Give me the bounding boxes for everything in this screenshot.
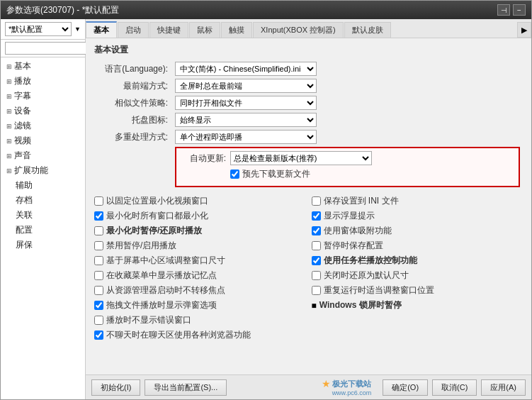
expand-icon: ⊞	[6, 123, 12, 130]
sidebar-item-extensions[interactable]: ⊞ 扩展功能	[1, 163, 85, 178]
predownload-checkbox[interactable]	[230, 170, 239, 179]
sidebar-item-basic[interactable]: ⊞ 基本	[1, 59, 85, 74]
cb-no-focus-input[interactable]	[94, 286, 103, 295]
cb-snap-input[interactable]	[312, 226, 321, 235]
select-language[interactable]: 中文(简体) - Chinese(Simplified).ini	[175, 62, 317, 76]
settings-table: 语言(Language): 中文(简体) - Chinese(Simplifie…	[94, 60, 523, 189]
tab-shortcut[interactable]: 快捷键	[149, 22, 188, 38]
cb-adjust-pos-input[interactable]	[312, 286, 321, 295]
tab-mouse[interactable]: 鼠标	[189, 22, 220, 38]
sidebar: *默认配置 ▼ 🔍 ⊞ 基本 ⊞ 播放 ⊞ 字幕	[1, 19, 86, 399]
export-button[interactable]: 导出当前配置(S)...	[145, 379, 227, 396]
tab-startup[interactable]: 启动	[118, 22, 149, 38]
checkbox-col-left: 以固定位置最小化视频窗口 最小化时所有窗口都最小化 最小化时暂停/还原时播放	[94, 194, 306, 342]
sidebar-search: 🔍	[1, 40, 85, 57]
select-tray[interactable]: 始终显示	[175, 113, 317, 127]
cb-minimize-pause[interactable]: 最小化时暂停/还原时播放	[94, 224, 306, 238]
cb-browser-func[interactable]: 不聊天时在聊天区使用各种浏览器功能	[94, 328, 306, 342]
cb-minimize-pause-text: 最小化时暂停/还原时播放	[106, 225, 202, 237]
profile-select[interactable]: *默认配置	[5, 22, 72, 36]
cb-disable-pause[interactable]: 禁用暂停/启用播放	[94, 239, 306, 252]
cb-taskbar-control[interactable]: 使用任务栏播放控制功能	[312, 254, 523, 267]
cb-tooltip[interactable]: 显示浮显提示	[312, 209, 523, 223]
tabs-bar: 基本 启动 快捷键 鼠标 触摸 XInput(XBOX 控制器) 默认皮肤 ▶	[86, 19, 531, 38]
cb-minimize-all[interactable]: 最小化时所有窗口都最小化	[94, 209, 306, 223]
item-label: 存档	[16, 194, 33, 206]
sidebar-item-config[interactable]: 配置	[1, 223, 85, 238]
cb-no-focus[interactable]: 从资源管理器启动时不转移焦点	[94, 284, 306, 297]
expand-icon: ⊞	[6, 138, 12, 145]
cb-taskbar-control-text: 使用任务栏播放控制功能	[324, 255, 417, 267]
minimize-button[interactable]: −	[513, 4, 526, 16]
cb-save-pause-input[interactable]	[312, 241, 321, 250]
tab-xinput[interactable]: XInput(XBOX 控制器)	[253, 22, 344, 38]
main-content: *默认配置 ▼ 🔍 ⊞ 基本 ⊞ 播放 ⊞ 字幕	[1, 19, 531, 399]
select-similar[interactable]: 同时打开相似文件	[175, 96, 317, 110]
bottom-right-buttons: ★ 极光下载站 www.pc6.com 确定(O) 取消(C) 应用(A)	[322, 378, 526, 396]
cb-tooltip-text: 显示浮显提示	[324, 210, 375, 222]
label-autoupdate	[94, 145, 172, 189]
settings-row-frontmost: 最前端方式: 全屏时总在最前端	[94, 77, 523, 94]
select-frontmost[interactable]: 全屏时总在最前端	[175, 79, 317, 93]
sidebar-item-playback[interactable]: ⊞ 播放	[1, 74, 85, 89]
cb-restore-size-input[interactable]	[312, 271, 321, 280]
cb-snap[interactable]: 使用窗体吸附功能	[312, 224, 523, 238]
cb-fixed-pos[interactable]: 以固定位置最小化视频窗口	[94, 194, 306, 208]
tab-nav-forward[interactable]: ▶	[517, 22, 531, 38]
sidebar-item-device[interactable]: ⊞ 设备	[1, 104, 85, 118]
select-autoupdate[interactable]: 总是检查最新版本(推荐)	[230, 151, 372, 165]
tab-basic[interactable]: 基本	[86, 21, 117, 38]
cb-restore-size[interactable]: 关闭时还原为默认尺寸	[312, 269, 523, 282]
predownload-label[interactable]: 预先下载更新文件	[230, 167, 310, 181]
cb-browser-func-input[interactable]	[94, 330, 103, 340]
label-multiprocess: 多重处理方式:	[94, 128, 172, 145]
cb-drag-popup[interactable]: 拖拽文件播放时显示弹窗选项	[94, 299, 306, 312]
apply-button[interactable]: 应用(A)	[481, 379, 526, 396]
window-title: 参数选项(230707) - *默认配置	[6, 4, 119, 16]
sidebar-item-audio[interactable]: ⊞ 声音	[1, 148, 85, 163]
title-bar: 参数选项(230707) - *默认配置 ⊣ −	[1, 1, 531, 19]
cb-bookmark[interactable]: 在收藏菜单中显示播放记忆点	[94, 269, 306, 282]
cb-no-error-input[interactable]	[94, 316, 103, 325]
sidebar-item-link[interactable]: 关联	[1, 208, 85, 223]
sidebar-item-subtitle[interactable]: ⊞ 字幕	[1, 89, 85, 104]
cb-lockscreen: ■ Windows 锁屏时暂停	[312, 299, 523, 312]
cb-drag-popup-input[interactable]	[94, 301, 103, 310]
tab-skin[interactable]: 默认皮肤	[344, 22, 391, 38]
sidebar-item-assist[interactable]: 辅助	[1, 178, 85, 193]
sidebar-item-screensaver[interactable]: 屏保	[1, 238, 85, 252]
cb-disable-pause-text: 禁用暂停/启用播放	[106, 240, 176, 252]
cb-save-pause-text: 暂停时保存配置	[324, 240, 383, 252]
sidebar-item-archive[interactable]: 存档	[1, 193, 85, 208]
init-button[interactable]: 初始化(I)	[91, 379, 140, 396]
cb-bookmark-input[interactable]	[94, 271, 103, 280]
cb-screen-center[interactable]: 基于屏幕中心区域调整窗口尺寸	[94, 254, 306, 267]
autoupdate-label: 自动更新:	[181, 152, 230, 165]
label-tray: 托盘图标:	[94, 111, 172, 128]
select-multiprocess[interactable]: 单个进程即选即播	[175, 130, 317, 144]
cb-adjust-pos[interactable]: 重复运行时适当调整窗口位置	[312, 284, 523, 297]
sidebar-item-video[interactable]: ⊞ 视频	[1, 133, 85, 148]
sidebar-item-filter[interactable]: ⊞ 滤镜	[1, 118, 85, 133]
watermark: ★ 极光下载站 www.pc6.com	[322, 378, 371, 396]
cb-tooltip-input[interactable]	[312, 211, 321, 221]
cb-save-ini-input[interactable]	[312, 196, 321, 206]
cb-screen-center-input[interactable]	[94, 256, 103, 265]
cb-save-ini[interactable]: 保存设置到 INI 文件	[312, 194, 523, 208]
panel-content: 基本设置 语言(Language): 中文(简体) - Chinese(Simp…	[86, 38, 531, 374]
cancel-button[interactable]: 取消(C)	[432, 379, 477, 396]
cb-disable-pause-input[interactable]	[94, 241, 103, 250]
cb-no-error[interactable]: 播放时不显示错误窗口	[94, 313, 306, 327]
cb-minimize-pause-input[interactable]	[94, 226, 103, 235]
value-similar: 同时打开相似文件	[172, 94, 523, 111]
tab-touch[interactable]: 触摸	[221, 22, 252, 38]
cb-save-pause[interactable]: 暂停时保存配置	[312, 239, 523, 252]
item-label: 基本	[14, 60, 31, 72]
cb-minimize-all-input[interactable]	[94, 211, 103, 221]
cb-fixed-pos-input[interactable]	[94, 196, 103, 206]
ok-button[interactable]: 确定(O)	[383, 379, 428, 396]
label-frontmost: 最前端方式:	[94, 77, 172, 94]
cb-lockscreen-text: Windows 锁屏时暂停	[319, 299, 402, 311]
pin-button[interactable]: ⊣	[497, 4, 510, 16]
cb-taskbar-control-input[interactable]	[312, 256, 321, 265]
